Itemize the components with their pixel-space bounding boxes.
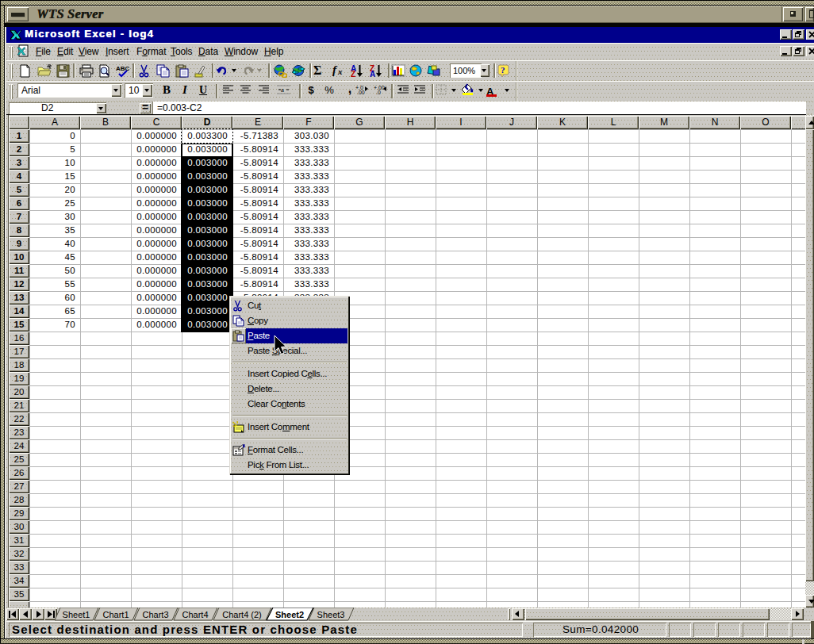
svg-text:f: f xyxy=(332,64,338,76)
svg-text:.00: .00 xyxy=(357,90,365,94)
svg-text:Chart4 (2): Chart4 (2) xyxy=(222,610,262,619)
svg-text:Chart1: Chart1 xyxy=(102,610,129,619)
svg-text:Σ: Σ xyxy=(313,64,321,76)
svg-text:Sheet3: Sheet3 xyxy=(317,610,345,619)
svg-text:x: x xyxy=(337,67,343,76)
svg-text:Chart3: Chart3 xyxy=(142,610,168,619)
svg-text:ABC: ABC xyxy=(116,65,130,72)
svg-text:Sheet2: Sheet2 xyxy=(275,610,304,619)
svg-text:A: A xyxy=(370,70,375,77)
svg-text:a: a xyxy=(281,86,284,94)
svg-text:Sheet1: Sheet1 xyxy=(63,610,90,619)
svg-text:?: ? xyxy=(501,65,505,75)
svg-text:.0: .0 xyxy=(376,90,381,94)
svg-text:Z: Z xyxy=(351,70,355,77)
svg-text:Chart4: Chart4 xyxy=(182,610,208,619)
